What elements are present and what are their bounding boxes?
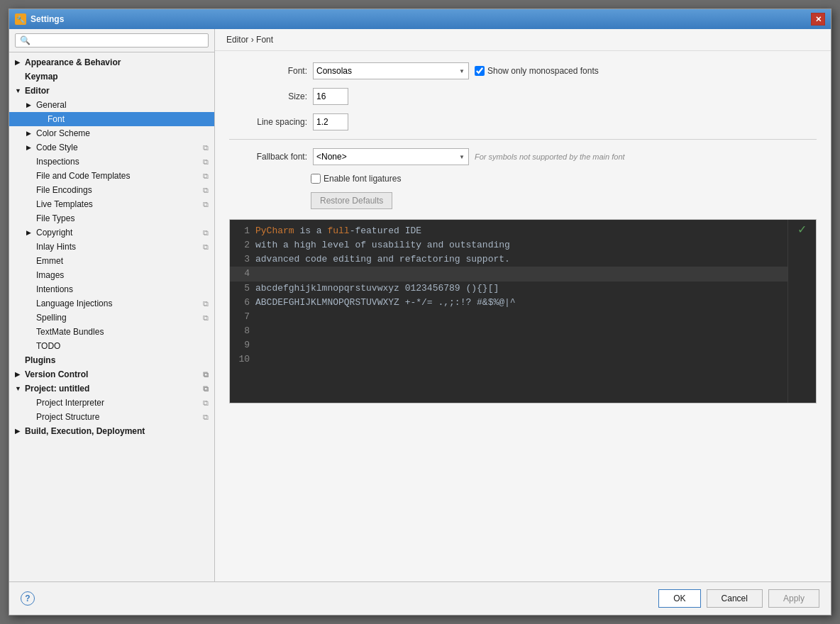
line-num-4: 4: [230, 267, 250, 281]
sidebar-item-intentions[interactable]: Intentions: [9, 282, 214, 296]
sidebar-item-images[interactable]: Images: [9, 268, 214, 282]
code-line-3: 3 advanced code editing and refactoring …: [230, 252, 788, 267]
code-line-10: 10: [230, 352, 788, 367]
code-line-7: 7: [230, 310, 788, 324]
cancel-button[interactable]: Cancel: [707, 589, 763, 608]
ligatures-checkbox[interactable]: [311, 174, 321, 184]
fallback-font-select[interactable]: <None>: [313, 148, 469, 165]
title-bar-left: 🔧 Settings: [15, 13, 64, 25]
sidebar-item-label: Project Interpreter: [36, 398, 104, 408]
sidebar-item-codestyle[interactable]: ▶ Code Style ⧉: [9, 140, 214, 155]
sidebar-item-label: Keymap: [25, 72, 58, 82]
sidebar-item-label: Inlay Hints: [36, 242, 76, 252]
copy-icon: ⧉: [203, 172, 209, 181]
sidebar-item-livetemplates[interactable]: Live Templates ⧉: [9, 197, 214, 211]
line-spacing-input[interactable]: [313, 113, 348, 130]
sidebar: 🔍 ▶ Appearance & Behavior Keymap ▼: [9, 29, 215, 581]
sidebar-item-todo[interactable]: TODO: [9, 339, 214, 353]
collapse-arrow: ▶: [15, 428, 22, 435]
collapse-arrow: ▶: [26, 130, 33, 137]
copy-icon: ⧉: [203, 313, 209, 323]
ligatures-text: Enable font ligatures: [324, 174, 401, 184]
sidebar-item-versioncontrol[interactable]: ▶ Version Control ⧉: [9, 367, 214, 381]
line-content-1: PyCharm is a full-featured IDE: [255, 224, 421, 238]
line-content-6: ABCDEFGHIJKLMNOPQRSTUVWXYZ +-*/= .,;:!? …: [255, 296, 516, 310]
search-input-wrap[interactable]: 🔍: [15, 33, 209, 48]
ok-button[interactable]: OK: [658, 589, 700, 608]
search-box: 🔍: [9, 29, 214, 52]
sidebar-item-label: General: [36, 100, 67, 110]
sidebar-item-inspections[interactable]: Inspections ⧉: [9, 155, 214, 169]
sidebar-item-editor[interactable]: ▼ Editor: [9, 84, 214, 98]
sidebar-item-appearance[interactable]: ▶ Appearance & Behavior: [9, 55, 214, 69]
sidebar-item-colorscheme[interactable]: ▶ Color Scheme: [9, 126, 214, 140]
line-num-6: 6: [230, 296, 250, 310]
line-num-8: 8: [230, 324, 250, 338]
fallback-hint: For symbols not supported by the main fo…: [475, 152, 625, 161]
sidebar-item-label: File Encodings: [36, 185, 92, 195]
show-monospaced-text: Show only monospaced fonts: [487, 66, 599, 76]
copy-icon: ⧉: [203, 299, 209, 308]
settings-panel: Font: Consolas Show only monospaced font…: [215, 51, 831, 581]
size-label: Size:: [229, 91, 307, 101]
line-content-3: advanced code editing and refactoring su…: [255, 252, 510, 267]
app-icon: 🔧: [15, 13, 26, 25]
show-monospaced-checkbox[interactable]: [475, 66, 485, 76]
sidebar-item-filetypes[interactable]: File Types: [9, 211, 214, 225]
code-line-4: 4: [230, 267, 788, 281]
sidebar-item-projectstructure[interactable]: Project Structure ⧉: [9, 410, 214, 424]
separator: [229, 139, 817, 140]
sidebar-item-copyright[interactable]: ▶ Copyright ⧉: [9, 225, 214, 240]
title-bar: 🔧 Settings ✕: [9, 9, 831, 29]
code-line-1: 1 PyCharm is a full-featured IDE: [230, 224, 788, 238]
preview-area: 1 PyCharm is a full-featured IDE 2 with …: [229, 219, 817, 403]
line-content-5: abcdefghijklmnopqrstuvwxyz 0123456789 ()…: [255, 282, 499, 296]
sidebar-item-label: Project: untitled: [25, 384, 89, 394]
sidebar-item-plugins[interactable]: Plugins: [9, 353, 214, 367]
ligatures-row: Enable font ligatures: [229, 174, 817, 184]
line-num-1: 1: [230, 224, 250, 238]
show-monospaced-label[interactable]: Show only monospaced fonts: [475, 66, 599, 76]
apply-button[interactable]: Apply: [768, 589, 819, 608]
sidebar-item-filecodetemplates[interactable]: File and Code Templates ⧉: [9, 169, 214, 183]
sidebar-item-languageinjections[interactable]: Language Injections ⧉: [9, 296, 214, 311]
size-input[interactable]: [313, 88, 348, 105]
collapse-arrow: ▶: [15, 59, 22, 66]
code-line-8: 8: [230, 324, 788, 338]
sidebar-item-label: Copyright: [36, 228, 72, 238]
sidebar-item-textmatebundles[interactable]: TextMate Bundles: [9, 325, 214, 339]
copy-icon: ⧉: [203, 143, 209, 152]
sidebar-item-projectinterpreter[interactable]: Project Interpreter ⧉: [9, 396, 214, 410]
sidebar-item-general[interactable]: ▶ General: [9, 98, 214, 112]
line-num-5: 5: [230, 282, 250, 296]
breadcrumb-current: Font: [256, 35, 273, 45]
restore-defaults-button[interactable]: Restore Defaults: [311, 192, 392, 209]
sidebar-item-inlayhints[interactable]: Inlay Hints ⧉: [9, 240, 214, 254]
sidebar-item-fileencodings[interactable]: File Encodings ⧉: [9, 183, 214, 197]
sidebar-item-emmet[interactable]: Emmet: [9, 254, 214, 268]
copy-icon: ⧉: [203, 384, 209, 394]
sidebar-item-spelling[interactable]: Spelling ⧉: [9, 311, 214, 325]
sidebar-item-project[interactable]: ▼ Project: untitled ⧉: [9, 381, 214, 396]
sidebar-item-font[interactable]: Font: [9, 112, 214, 126]
font-select[interactable]: Consolas: [313, 62, 469, 79]
help-button[interactable]: ?: [21, 591, 35, 606]
copy-icon: ⧉: [203, 399, 209, 408]
ligatures-label[interactable]: Enable font ligatures: [229, 174, 401, 184]
font-row: Font: Consolas Show only monospaced font…: [229, 62, 817, 79]
sidebar-item-build[interactable]: ▶ Build, Execution, Deployment: [9, 424, 214, 438]
footer-buttons: OK Cancel Apply: [658, 589, 819, 608]
font-label: Font:: [229, 66, 307, 76]
copy-icon: ⧉: [203, 200, 209, 209]
dialog-footer: ? OK Cancel Apply: [9, 581, 831, 615]
line-num-2: 2: [230, 238, 250, 252]
search-input[interactable]: [33, 35, 204, 45]
sidebar-item-keymap[interactable]: Keymap: [9, 69, 214, 84]
line-num-3: 3: [230, 252, 250, 267]
sidebar-item-label: Language Injections: [36, 299, 112, 308]
sidebar-item-label: Spelling: [36, 313, 67, 323]
close-button[interactable]: ✕: [811, 13, 825, 26]
sidebar-item-label: TODO: [36, 341, 60, 351]
fallback-font-row: Fallback font: <None> For symbols not su…: [229, 148, 817, 165]
copy-icon: ⧉: [203, 243, 209, 252]
